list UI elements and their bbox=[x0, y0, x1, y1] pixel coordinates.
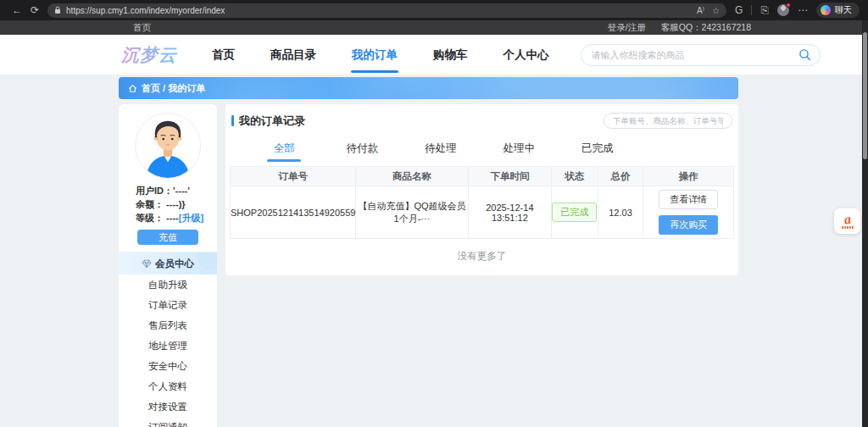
sidebar-item-order-records[interactable]: 订单记录 bbox=[119, 295, 217, 315]
col-actions: 操作 bbox=[643, 167, 734, 186]
col-status: 状态 bbox=[552, 167, 598, 186]
favorite-star-icon[interactable]: ☆ bbox=[712, 6, 720, 15]
copilot-label: 聊天 bbox=[835, 4, 852, 16]
sidebar-item-subscribe-notify[interactable]: 订阅通知 bbox=[119, 417, 217, 427]
notification-dot bbox=[786, 3, 791, 8]
nav-item-home[interactable]: 首页 bbox=[194, 35, 253, 75]
page: ← ⟳ https://sup.cmy1.com/index/myorder/i… bbox=[0, 0, 868, 427]
user-level-text: 等级： ----[升级] bbox=[136, 211, 217, 225]
cell-order-no: SHOP2025121413514920559 bbox=[231, 186, 356, 239]
topbar-home-link[interactable]: 首页 bbox=[133, 22, 151, 34]
url-text: https://sup.cmy1.com/index/myorder/index bbox=[66, 6, 692, 15]
cell-product-name: 【自动充值】QQ超级会员1个月-··· bbox=[356, 186, 468, 239]
orders-title: 我的订单记录 bbox=[231, 114, 305, 129]
tab-completed[interactable]: 已完成 bbox=[559, 136, 637, 164]
gem-icon bbox=[142, 259, 152, 269]
home-icon bbox=[128, 84, 137, 93]
buy-again-button[interactable]: 再次购买 bbox=[659, 215, 718, 235]
sidebar-item-security-center[interactable]: 安全中心 bbox=[119, 356, 217, 376]
cell-order-time: 2025-12-14 13:51:12 bbox=[468, 186, 552, 239]
collections-icon[interactable]: ⎘ bbox=[760, 5, 769, 15]
sidebar-item-address-manage[interactable]: 地址管理 bbox=[119, 336, 217, 356]
service-qq-text: 客服QQ：2423167218 bbox=[661, 22, 751, 34]
orange-brand-icon: a bbox=[843, 214, 851, 226]
search-icon[interactable] bbox=[798, 48, 811, 61]
user-balance-text: 余额： ----)} bbox=[136, 197, 217, 211]
scrollbar-track[interactable] bbox=[862, 20, 868, 427]
cell-total-price: 12.03 bbox=[598, 186, 643, 239]
order-filter-box[interactable] bbox=[604, 113, 732, 129]
back-icon[interactable]: ← bbox=[12, 5, 22, 15]
brand-mark bbox=[842, 226, 854, 229]
upgrade-link[interactable]: [升级] bbox=[179, 213, 203, 223]
nav-item-catalog[interactable]: 商品目录 bbox=[253, 35, 334, 75]
copilot-icon bbox=[821, 5, 831, 15]
address-bar[interactable]: https://sup.cmy1.com/index/myorder/index… bbox=[47, 3, 726, 18]
tab-processing[interactable]: 处理中 bbox=[480, 136, 558, 164]
sidebar-item-aftersale-list[interactable]: 售后列表 bbox=[119, 315, 217, 336]
product-search-input[interactable] bbox=[592, 50, 798, 60]
site-topbar: 首页 登录/注册 客服QQ：2423167218 bbox=[0, 20, 868, 35]
browser-extension-g-icon[interactable]: G bbox=[735, 5, 743, 15]
col-order-no: 订单号 bbox=[231, 167, 356, 186]
orders-panel: 我的订单记录 全部 待付款 待处理 处理中 已完成 订单号 商品名称 下单时间 bbox=[225, 104, 738, 275]
product-search-box[interactable] bbox=[581, 44, 821, 66]
copilot-chat-button[interactable]: 聊天 bbox=[816, 3, 860, 18]
lock-icon bbox=[54, 6, 61, 14]
cell-actions: 查看详情 再次购买 bbox=[643, 186, 734, 239]
read-aloud-icon[interactable]: A⁾ bbox=[697, 6, 704, 15]
breadcrumb: 首页 / 我的订单 bbox=[142, 82, 205, 95]
col-order-time: 下单时间 bbox=[468, 167, 552, 186]
sidebar-item-self-upgrade[interactable]: 自助升级 bbox=[119, 274, 217, 295]
user-sidebar: 用户ID：'----' 余额： ----)} 等级： ----[升级] 充值 会… bbox=[119, 104, 217, 427]
scrollbar-thumb[interactable] bbox=[863, 32, 867, 159]
tab-all[interactable]: 全部 bbox=[245, 136, 323, 164]
order-filter-input[interactable] bbox=[613, 116, 723, 125]
service-float-badge[interactable]: a bbox=[834, 208, 860, 234]
sidebar-item-personal-info[interactable]: 个人资料 bbox=[119, 376, 217, 396]
user-avatar bbox=[135, 113, 201, 179]
status-badge: 已完成 bbox=[552, 202, 597, 222]
login-register-link[interactable]: 登录/注册 bbox=[608, 22, 646, 34]
table-row: SHOP2025121413514920559 【自动充值】QQ超级会员1个月-… bbox=[231, 186, 734, 239]
user-info: 用户ID：'----' 余额： ----)} 等级： ----[升级] bbox=[119, 179, 217, 225]
level-value: 等级： ---- bbox=[136, 213, 179, 223]
breadcrumb-banner: 首页 / 我的订单 bbox=[119, 77, 738, 99]
order-status-tabs: 全部 待付款 待处理 处理中 已完成 bbox=[245, 136, 637, 164]
brand-logo[interactable]: 沉梦云 bbox=[121, 43, 186, 67]
nav-item-profile[interactable]: 个人中心 bbox=[486, 35, 567, 75]
col-product-name: 商品名称 bbox=[356, 167, 468, 186]
user-id-text: 用户ID：'----' bbox=[136, 184, 217, 197]
sidebar-menu: 会员中心 自助升级 订单记录 售后列表 地址管理 安全中心 个人资料 对接设置 … bbox=[119, 252, 217, 427]
tab-pending-payment[interactable]: 待付款 bbox=[323, 136, 401, 164]
refresh-icon[interactable]: ⟳ bbox=[31, 5, 39, 15]
sidebar-item-api-settings[interactable]: 对接设置 bbox=[119, 396, 217, 417]
view-details-button[interactable]: 查看详情 bbox=[659, 190, 718, 209]
sidebar-item-member-center[interactable]: 会员中心 bbox=[119, 252, 217, 274]
tab-pending-process[interactable]: 待处理 bbox=[402, 136, 480, 164]
toolbar-divider bbox=[751, 5, 752, 15]
main-nav: 沉梦云 首页 商品目录 我的订单 购物车 个人中心 bbox=[0, 35, 868, 75]
nav-item-my-orders[interactable]: 我的订单 bbox=[334, 35, 415, 75]
recharge-button[interactable]: 充值 bbox=[137, 230, 198, 245]
table-header-row: 订单号 商品名称 下单时间 状态 总价 操作 bbox=[231, 167, 734, 186]
no-more-text: 没有更多了 bbox=[230, 239, 734, 275]
browser-profile-avatar[interactable] bbox=[777, 4, 789, 16]
browser-chrome: ← ⟳ https://sup.cmy1.com/index/myorder/i… bbox=[0, 0, 868, 20]
sidebar-item-label: 会员中心 bbox=[155, 258, 194, 270]
content-area: 用户ID：'----' 余额： ----)} 等级： ----[升级] 充值 会… bbox=[119, 104, 738, 427]
col-total-price: 总价 bbox=[598, 167, 643, 186]
nav-item-cart[interactable]: 购物车 bbox=[415, 35, 486, 75]
more-menu-icon[interactable]: ⋯ bbox=[798, 5, 808, 15]
orders-table: 订单号 商品名称 下单时间 状态 总价 操作 SHOP2025121413514… bbox=[230, 166, 734, 239]
nav-items: 首页 商品目录 我的订单 购物车 个人中心 bbox=[194, 35, 567, 75]
cell-status: 已完成 bbox=[552, 186, 598, 239]
